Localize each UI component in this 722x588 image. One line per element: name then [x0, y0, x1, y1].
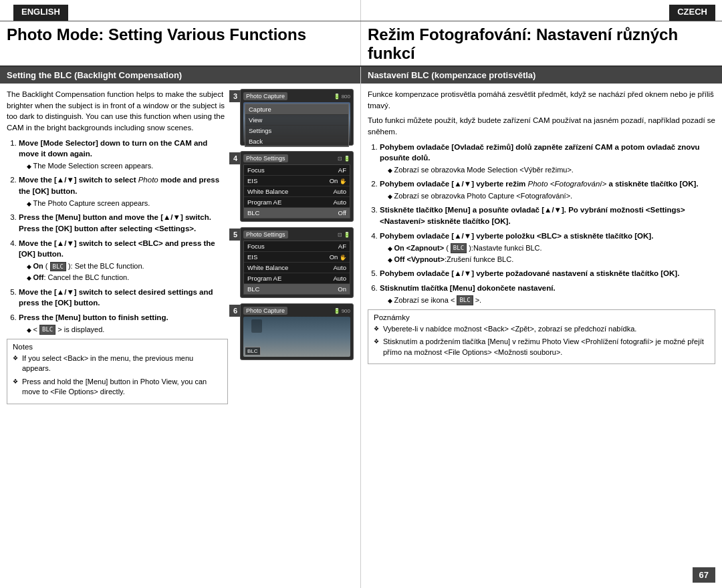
- step1-text: Move [Mode Selector] down to turn on the…: [19, 139, 207, 158]
- focus-row: FocusAF: [244, 165, 350, 176]
- icon1b: ⊡: [338, 232, 342, 238]
- menu-back: Back: [245, 136, 348, 146]
- blc-row: BLCOff: [244, 208, 350, 218]
- menu-settings: Settings: [245, 126, 348, 136]
- r-step6-text: Stisknutím tlačítka [Menu] dokončete nas…: [380, 284, 556, 292]
- off-label: Off: [33, 273, 44, 281]
- page-title-czech: Režim Fotografování: Nastavení různých f…: [368, 25, 715, 63]
- list-item: Pohybem ovladače [▲/▼] vyberte požadovan…: [380, 268, 715, 279]
- right-content-inner: Funkce kompenzace protisvětla pomáhá zes…: [368, 89, 715, 364]
- blc-badge-2: BLC: [39, 325, 55, 335]
- list-item: Off <Vypnout>:Zrušení funkce BLC.: [388, 255, 715, 265]
- camera-screen-6: Photo Capture 🔋 900 BLC: [240, 303, 354, 360]
- r-step1-sub: Zobrazí se obrazovka Mode Selection <Výb…: [380, 165, 715, 175]
- page-number: 67: [693, 567, 715, 583]
- steps-list-left: Move [Mode Selector] down to turn on the…: [7, 138, 228, 335]
- eis-row: EISOn 🖐: [244, 176, 350, 186]
- camera-screen-4: Photo Settings ⊡ 🔋 FocusAF EISOn 🖐: [240, 151, 354, 222]
- icon2: 🔋: [344, 156, 350, 162]
- screen6-icons: 🔋 900: [334, 308, 350, 314]
- steps-list-right: Pohybem ovladače [Ovladač režimů] dolů z…: [368, 142, 715, 305]
- notes-box: Notes If you select <Back> in the menu, …: [7, 339, 228, 404]
- screen3-menu: Capture View Settings Back: [245, 104, 349, 147]
- eis-row-5: EISOn 🖐: [244, 252, 350, 263]
- list-item: Stiskněte tlačítko [Menu] a posuňte ovla…: [380, 204, 715, 227]
- r-step2-italic: Photo <Fotografování>: [528, 180, 607, 188]
- text-section-left: The Backlight Compensation function help…: [7, 89, 228, 583]
- screen5-icons: ⊡ 🔋: [338, 232, 350, 238]
- content-left: The Backlight Compensation function help…: [0, 84, 360, 588]
- step2-text: Move the [▲/▼] switch to select: [19, 176, 138, 184]
- screen3-container: 3 Photo Capture 🔋 800: [240, 89, 354, 148]
- screen4-menu: FocusAF EISOn 🖐 White BalanceAuto Progra…: [243, 164, 350, 218]
- screen5-header: Photo Settings ⊡ 🔋: [243, 231, 350, 239]
- left-column: Setting the BLC (Backlight Compensation)…: [0, 67, 361, 588]
- title-left: Photo Mode: Setting Various Functions: [0, 21, 361, 65]
- list-item: On ( BLC ): Set the BLC function.: [27, 261, 228, 271]
- icon1: ⊡: [338, 156, 342, 162]
- screen6-label: Photo Capture: [243, 307, 287, 315]
- title-row: Photo Mode: Setting Various Functions Re…: [0, 21, 722, 67]
- signal-icon: 800: [342, 94, 350, 100]
- intro-paragraph-left: The Backlight Compensation function help…: [7, 89, 228, 134]
- screen4-header: Photo Settings ⊡ 🔋: [243, 154, 350, 162]
- list-item: If you select <Back> in the menu, the pr…: [13, 353, 222, 374]
- screen3-icons: 🔋 800: [334, 94, 350, 100]
- page-layout: ENGLISH CZECH Photo Mode: Setting Variou…: [0, 0, 722, 588]
- r-on-label: On <Zapnout>: [394, 244, 445, 252]
- r-step2-cont: a stiskněte tlačítko [OK].: [606, 180, 698, 188]
- screen4-icons: ⊡ 🔋: [338, 156, 350, 162]
- list-item: Press the [Menu] button and move the [▲/…: [19, 212, 228, 234]
- page-title-english: Photo Mode: Setting Various Functions: [7, 25, 354, 44]
- r-off-label: Off <Vypnout>: [394, 255, 445, 263]
- list-item: On <Zapnout> ( BLC ):Nastavte funkci BLC…: [388, 243, 715, 253]
- list-item: Pohybem ovladače [▲/▼] vyberte položku <…: [380, 231, 715, 265]
- notes-label: Notes: [13, 343, 222, 351]
- lang-badge-czech: CZECH: [669, 5, 715, 21]
- list-item: Zobrazí se obrazovka Mode Selection <Výb…: [388, 165, 715, 175]
- pae-row-5: Program AEAuto: [244, 273, 350, 284]
- r-step2-sub: Zobrazí se obrazovka Photo Capture <Foto…: [380, 191, 715, 201]
- content-with-images-left: The Backlight Compensation function help…: [7, 89, 354, 583]
- screen4-label: Photo Settings: [243, 154, 288, 162]
- screen3-photo: Capture View Settings Back: [243, 102, 350, 142]
- poznamky-list: Vyberete-li v nabídce možnost <Back> <Zp…: [374, 324, 709, 357]
- right-column: Nastavení BLC (kompenzace protisvětla) F…: [361, 67, 722, 588]
- wb-row-5: White BalanceAuto: [244, 263, 350, 273]
- intro-paragraph-right: Funkce kompenzace protisvětla pomáhá zes…: [368, 89, 715, 111]
- list-item: Press and hold the [Menu] button in Phot…: [13, 377, 222, 398]
- step2-sub: The Photo Capture screen appears.: [19, 198, 228, 208]
- step2-italic: Photo: [138, 176, 158, 184]
- list-item: Zobrazí se ikona < BLC >.: [388, 295, 715, 305]
- r-step6-sub: Zobrazí se ikona < BLC >.: [380, 295, 715, 305]
- battery-icon: 🔋: [334, 94, 340, 100]
- list-item: Move the [▲/▼] switch to select <BLC> an…: [19, 238, 228, 283]
- screen6-container: 6 Photo Capture 🔋 900: [240, 303, 354, 363]
- step6-text: Press the [Menu] button to finish settin…: [19, 313, 168, 321]
- screen5-container: 5 Photo Settings ⊡ 🔋: [240, 227, 354, 301]
- screen5-label: Photo Settings: [243, 231, 288, 239]
- right-text: Funkce kompenzace protisvětla pomáhá zes…: [368, 89, 715, 364]
- screen4-container: 4 Photo Settings ⊡ 🔋: [240, 151, 354, 225]
- r-step2-text: Pohybem ovladače [▲/▼] vyberte režim: [380, 180, 528, 188]
- list-item: Stisknutím tlačítka [Menu] dokončete nas…: [380, 283, 715, 305]
- step3-text: Press the [Menu] button and move the [▲/…: [19, 213, 211, 233]
- list-item: The Mode Selection screen appears.: [27, 161, 228, 171]
- list-item: Press the [Menu] button to finish settin…: [19, 312, 228, 335]
- list-item: Move the [▲/▼] switch to select desired …: [19, 287, 228, 309]
- step6-sub: < BLC > is displayed.: [19, 325, 228, 335]
- notes-list: If you select <Back> in the menu, the pr…: [13, 353, 222, 398]
- list-item: Zobrazí se obrazovka Photo Capture <Foto…: [388, 191, 715, 201]
- camera-screen-5: Photo Settings ⊡ 🔋 FocusAF EISOn 🖐: [240, 227, 354, 298]
- step4-sub: On ( BLC ): Set the BLC function. Off: C…: [19, 261, 228, 283]
- header-right: CZECH: [361, 0, 722, 21]
- r-step5-text: Pohybem ovladače [▲/▼] vyberte požadovan…: [380, 269, 679, 277]
- screen6-header: Photo Capture 🔋 900: [243, 307, 350, 315]
- list-item: Stisknutím a podržením tlačítka [Menu] v…: [374, 337, 709, 357]
- intro-paragraph-right-2: Tuto funkci můžete použít, když budete z…: [368, 115, 715, 137]
- focus-row-5: FocusAF: [244, 241, 350, 252]
- pae-row: Program AEAuto: [244, 197, 350, 208]
- list-item: Vyberete-li v nabídce možnost <Back> <Zp…: [374, 324, 709, 334]
- list-item: < BLC > is displayed.: [27, 325, 228, 335]
- r-step1-text: Pohybem ovladače [Ovladač režimů] dolů z…: [380, 143, 700, 162]
